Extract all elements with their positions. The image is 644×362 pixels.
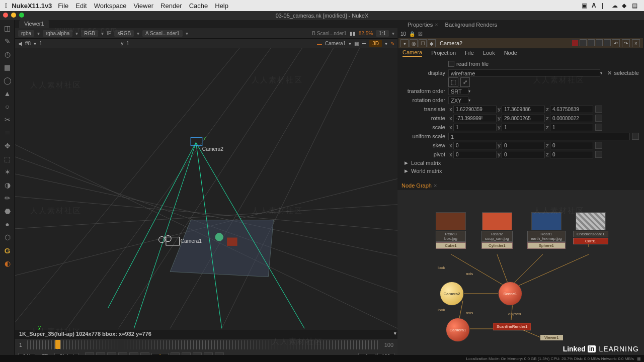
node-checker[interactable]: CheckerBoard1Card1	[573, 212, 608, 244]
maximize-window[interactable]	[19, 13, 24, 18]
undo-icon[interactable]: ↶	[612, 39, 620, 47]
translate-y[interactable]: 17.3609886	[502, 106, 545, 113]
rotate-y[interactable]: 29.8000265	[502, 115, 545, 122]
tool-star-icon[interactable]: ✶	[3, 167, 13, 177]
menu-icon[interactable]: ▤	[632, 2, 639, 9]
menu-edit[interactable]: Edit	[75, 2, 87, 10]
subtab-node[interactable]: Node	[504, 50, 517, 56]
node-scanline[interactable]: ScanlineRender1	[493, 323, 531, 330]
viewer-tab[interactable]: Viewer1	[19, 20, 49, 28]
subtab-projection[interactable]: Projection	[431, 50, 456, 56]
menu-file[interactable]: File	[58, 2, 68, 10]
menu-help[interactable]: Help	[215, 2, 228, 10]
skew-x[interactable]: 0	[453, 142, 497, 149]
list-icon[interactable]: ☰	[362, 41, 366, 46]
tool-pencil-icon[interactable]: ✎	[3, 36, 13, 46]
close-node-icon[interactable]: ×	[632, 39, 640, 47]
expand-icon[interactable]: ▾	[400, 39, 409, 47]
rotate-z[interactable]: 0.00000022	[550, 115, 593, 122]
fstop-val[interactable]: 1	[39, 41, 57, 46]
xform-order[interactable]: SRT	[448, 87, 468, 95]
colorspace-select[interactable]: sRGB	[114, 30, 134, 37]
grid-icon[interactable]: ▦	[354, 41, 359, 46]
scale-z[interactable]: 1	[550, 124, 593, 131]
close-window[interactable]	[3, 13, 8, 18]
subtab-file[interactable]: File	[465, 50, 474, 56]
skew-y[interactable]: 0	[502, 142, 545, 149]
local-matrix[interactable]: Local matrix	[411, 160, 441, 166]
world-matrix[interactable]: World matrix	[411, 168, 442, 174]
focus-icon[interactable]: ◆	[428, 39, 436, 47]
panel-count[interactable]: 10	[400, 31, 406, 37]
tool-blob-icon[interactable]: ●	[3, 219, 13, 229]
lock-node-icon[interactable]: ☐	[419, 39, 427, 47]
redo-icon[interactable]: ↷	[622, 39, 630, 47]
translate-x[interactable]: 1.62290359	[453, 106, 497, 113]
playhead[interactable]	[55, 340, 60, 349]
lock-icon[interactable]: 🔒	[409, 31, 415, 37]
apple-icon[interactable]: 	[5, 2, 8, 10]
zoom-ratio[interactable]: 1:1	[376, 30, 389, 37]
read-file-checkbox[interactable]	[448, 61, 454, 67]
tool-graph-icon[interactable]: ▲	[3, 88, 13, 99]
tab-properties[interactable]: Properties	[408, 22, 433, 28]
channel-select[interactable]: rgba	[18, 30, 34, 37]
view-mode[interactable]: 3D	[369, 40, 382, 47]
translate-anim[interactable]	[595, 106, 602, 113]
menu-render[interactable]: Render	[160, 2, 182, 10]
pencil-icon[interactable]: ✎	[390, 41, 394, 46]
node-graph[interactable]: look axis look axis obj/scn cam Read3box…	[397, 190, 644, 362]
tool-g-icon[interactable]: G	[3, 245, 13, 255]
color-swatch[interactable]	[572, 39, 579, 46]
input-a[interactable]: A Scanl...nder1	[142, 30, 183, 37]
tool-scalpel-icon[interactable]: ✂	[3, 115, 13, 125]
node-name[interactable]: Camera2	[440, 40, 462, 46]
rot-order[interactable]: ZXY	[448, 97, 468, 104]
pivot-x[interactable]: 0	[453, 151, 497, 158]
node-read1[interactable]: Read1earth_texmap.jpgSphere1	[527, 212, 566, 249]
node-camera1[interactable]: Camera1	[446, 318, 470, 342]
cloud-icon[interactable]: ☁	[612, 2, 619, 9]
tool-move-icon[interactable]: ✥	[3, 141, 13, 151]
zoom-value[interactable]: 82.5%	[359, 31, 373, 36]
translate-z[interactable]: 4.63750839	[550, 106, 593, 113]
pivot-z[interactable]: 0	[550, 151, 593, 158]
tab-nodegraph[interactable]: Node Graph	[401, 183, 432, 189]
gamma-val[interactable]: 1	[126, 41, 144, 46]
tray-icon[interactable]: ▣	[582, 2, 589, 9]
node-header[interactable]: ▾ ◎ ☐ ◆ Camera2 ↶ ↷ ×	[398, 38, 643, 48]
node-camera2[interactable]: Camera2	[440, 282, 464, 306]
node-scene1[interactable]: Scene1	[498, 282, 522, 306]
3d-viewport[interactable]: Camera2 Y Camera1 y z x	[15, 48, 397, 330]
tool-tag-icon[interactable]: ⬣	[3, 206, 13, 216]
tool-3d-icon[interactable]: ⬚	[3, 154, 13, 164]
timeline[interactable]: 1 100	[15, 339, 397, 351]
tool-circle-icon[interactable]: ◯	[3, 75, 13, 85]
camera-select[interactable]: Camera1	[325, 41, 346, 46]
subtab-camera[interactable]: Camera	[403, 49, 422, 57]
scale-x[interactable]: 1	[453, 124, 497, 131]
minimize-window[interactable]	[11, 13, 16, 18]
tool-person-icon[interactable]: ◐	[3, 258, 13, 268]
input-b[interactable]: B Scanl...nder1	[312, 31, 346, 36]
fstop[interactable]: f/8	[25, 41, 31, 46]
subtab-look[interactable]: Look	[483, 50, 495, 56]
rotate-x[interactable]: -73.399999!	[453, 115, 497, 122]
tab-bgrenders[interactable]: Background Renders	[445, 22, 497, 28]
status-icon[interactable]: ▦	[637, 356, 641, 361]
display-select[interactable]: wireframe	[448, 69, 600, 77]
info-dropdown[interactable]: ▾	[394, 331, 396, 336]
node-read2[interactable]: Read2soup_can.jpgCylinder1	[481, 212, 513, 249]
snap-icon[interactable]: ⬚	[448, 77, 458, 87]
tool-read-icon[interactable]: ◫	[3, 23, 13, 33]
pause-icon[interactable]: ▮▮	[350, 31, 356, 36]
alpha-select[interactable]: rgba.alpha	[43, 30, 72, 37]
skew-z[interactable]: 0	[550, 142, 593, 149]
tool-hex-icon[interactable]: ⬡	[3, 232, 13, 242]
node-icon[interactable]	[580, 39, 587, 46]
adobe-icon[interactable]: A	[592, 2, 599, 9]
menu-cache[interactable]: Cache	[189, 2, 208, 10]
fit-icon[interactable]: ⤢	[460, 77, 470, 87]
tool-data-icon[interactable]: ◑	[3, 180, 13, 190]
node-read3[interactable]: Read3box.jpgCube1	[436, 212, 466, 249]
